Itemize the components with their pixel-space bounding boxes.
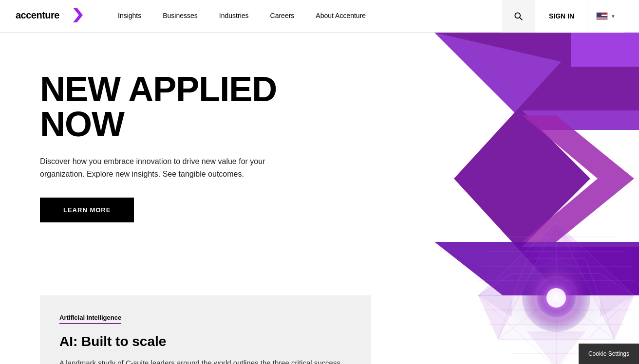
crystal-graphic [473,208,639,364]
nav-item-insights[interactable]: Insights [107,0,152,33]
nav-item-industries[interactable]: Industries [208,0,260,33]
nav-right: SIGN IN ▼ [502,0,623,33]
logo-text: accenture [16,7,84,26]
cookie-settings-button[interactable]: Cookie Settings [579,344,639,364]
card-title: AI: Built to scale [59,334,352,349]
svg-point-43 [546,288,566,308]
signin-button[interactable]: SIGN IN [535,0,588,33]
ai-card: Artificial Intelligence AI: Built to sca… [40,295,371,364]
nav-item-careers[interactable]: Careers [260,0,305,33]
logo[interactable]: accenture [16,7,84,26]
learn-more-button[interactable]: LEARN MORE [40,198,134,222]
nav-item-businesses[interactable]: Businesses [152,0,208,33]
svg-marker-44 [527,222,585,259]
svg-text:accenture: accenture [16,10,59,20]
search-icon [513,11,523,21]
svg-marker-1 [73,8,83,22]
chevron-down-icon: ▼ [611,14,616,19]
svg-marker-6 [571,33,639,67]
crystal-container [473,208,639,364]
hero-content: NEW APPLIED NOW Discover how you embrace… [0,33,331,252]
card-tag: Artificial Intelligence [59,314,121,324]
search-button[interactable] [502,0,535,33]
nav-links: Insights Businesses Industries Careers A… [107,0,502,33]
svg-point-2 [515,13,521,18]
svg-marker-45 [527,332,585,364]
nav-item-about[interactable]: About Accenture [305,0,376,33]
lower-section: Artificial Intelligence AI: Built to sca… [0,295,639,364]
hero-description: Discover how you embrace innovation to d… [40,155,274,180]
language-selector[interactable]: ▼ [588,0,623,33]
navbar: accenture Insights Businesses Industries… [0,0,639,33]
card-description: A landmark study of C-suite leaders arou… [59,357,352,364]
hero-title: NEW APPLIED NOW [40,72,331,142]
svg-line-3 [520,18,522,20]
logo-svg: accenture [16,7,84,23]
flag-icon [596,12,608,20]
